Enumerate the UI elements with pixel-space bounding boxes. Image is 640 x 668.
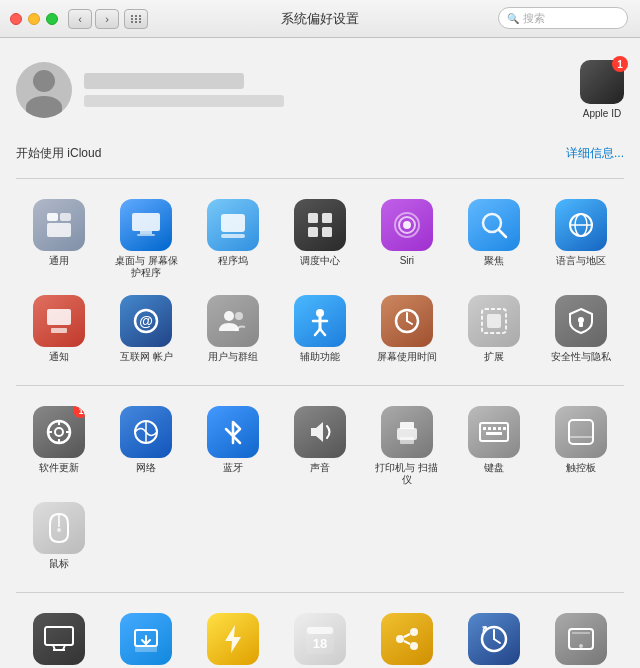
icon-label-internet: 互联网 帐户 bbox=[120, 351, 173, 363]
minimize-button[interactable] bbox=[28, 13, 40, 25]
icon-item-control[interactable]: 调度中心 bbox=[277, 193, 364, 285]
svg-rect-3 bbox=[132, 213, 160, 231]
icon-item-desktop[interactable]: 桌面与 屏幕保护程序 bbox=[103, 193, 190, 285]
icon-label-lang: 语言与地区 bbox=[556, 255, 606, 267]
icon-item-lang[interactable]: 语言与地区 bbox=[537, 193, 624, 285]
apple-id-badge: 1 bbox=[612, 56, 628, 72]
close-button[interactable] bbox=[10, 13, 22, 25]
icon-box-sound bbox=[294, 406, 346, 458]
svg-rect-6 bbox=[221, 214, 245, 232]
svg-rect-10 bbox=[308, 227, 318, 237]
apple-id-icon: 1 bbox=[580, 60, 624, 104]
svg-point-24 bbox=[224, 311, 234, 321]
icon-item-sound[interactable]: 声音 bbox=[277, 400, 364, 492]
traffic-lights bbox=[10, 13, 58, 25]
separator-3 bbox=[16, 592, 624, 593]
icon-item-startup[interactable]: 启动磁盘 bbox=[537, 607, 624, 668]
back-button[interactable]: ‹ bbox=[68, 9, 92, 29]
icon-label-users: 用户与群组 bbox=[208, 351, 258, 363]
search-box[interactable]: 🔍 搜索 bbox=[498, 7, 628, 29]
svg-rect-50 bbox=[483, 427, 486, 430]
icon-item-notif[interactable]: 通知 bbox=[16, 289, 103, 369]
svg-line-30 bbox=[320, 329, 325, 335]
icon-box-access bbox=[294, 295, 346, 347]
apple-id-button[interactable]: 1 Apple ID bbox=[580, 60, 624, 119]
svg-rect-68 bbox=[307, 627, 333, 634]
icon-item-screentime[interactable]: 屏幕使用时间 bbox=[363, 289, 450, 369]
icon-label-control: 调度中心 bbox=[300, 255, 340, 267]
user-email-placeholder bbox=[84, 95, 284, 107]
grid-view-button[interactable] bbox=[124, 9, 148, 29]
icon-box-internet: @ bbox=[120, 295, 172, 347]
svg-point-39 bbox=[55, 428, 63, 436]
icon-item-mouse[interactable]: 鼠标 bbox=[16, 496, 103, 576]
title-bar: ‹ › 系统偏好设置 🔍 搜索 bbox=[0, 0, 640, 38]
icon-item-timemachine[interactable]: 时间机器 bbox=[450, 607, 537, 668]
personal-section: 通用桌面与 屏幕保护程序程序坞调度中心Siri聚焦语言与地区通知@互联网 帐户用… bbox=[16, 193, 624, 369]
icon-item-software[interactable]: 1软件更新 bbox=[16, 400, 103, 492]
icon-label-spotlight: 聚焦 bbox=[484, 255, 504, 267]
svg-rect-48 bbox=[400, 437, 414, 444]
icon-label-trackpad: 触控板 bbox=[566, 462, 596, 474]
icon-label-general: 通用 bbox=[49, 255, 69, 267]
icon-item-bluetooth[interactable]: 蓝牙 bbox=[190, 400, 277, 492]
svg-rect-60 bbox=[45, 627, 73, 645]
svg-rect-1 bbox=[60, 213, 71, 221]
icon-item-energy[interactable]: 节能 bbox=[190, 607, 277, 668]
icon-box-screentime bbox=[381, 295, 433, 347]
icon-item-keyboard[interactable]: 键盘 bbox=[450, 400, 537, 492]
icon-label-screentime: 屏幕使用时间 bbox=[377, 351, 437, 363]
system-section: 显示器随航节能18日期与时间共享时间机器启动磁盘描述文件 bbox=[16, 607, 624, 668]
icon-box-spotlight bbox=[468, 199, 520, 251]
icon-label-desktop: 桌面与 屏幕保护程序 bbox=[112, 255, 180, 279]
icon-item-access[interactable]: 辅助功能 bbox=[277, 289, 364, 369]
icon-item-airdrop[interactable]: 随航 bbox=[103, 607, 190, 668]
icon-item-dock[interactable]: 程序坞 bbox=[190, 193, 277, 285]
icon-item-users[interactable]: 用户与群组 bbox=[190, 289, 277, 369]
svg-rect-21 bbox=[51, 328, 67, 333]
search-icon: 🔍 bbox=[507, 13, 519, 24]
icon-item-display[interactable]: 显示器 bbox=[16, 607, 103, 668]
separator-2 bbox=[16, 385, 624, 386]
svg-rect-8 bbox=[308, 213, 318, 223]
svg-point-70 bbox=[396, 635, 404, 643]
svg-rect-2 bbox=[47, 223, 71, 237]
svg-rect-5 bbox=[137, 234, 155, 236]
personal-icons-grid: 通用桌面与 屏幕保护程序程序坞调度中心Siri聚焦语言与地区通知@互联网 帐户用… bbox=[16, 193, 624, 369]
icon-box-startup bbox=[555, 613, 607, 665]
icon-item-trackpad[interactable]: 触控板 bbox=[537, 400, 624, 492]
icon-item-general[interactable]: 通用 bbox=[16, 193, 103, 285]
svg-rect-4 bbox=[140, 231, 152, 234]
user-profile: 1 Apple ID bbox=[16, 52, 624, 127]
svg-text:18: 18 bbox=[313, 636, 327, 651]
icon-item-sharing[interactable]: 共享 bbox=[363, 607, 450, 668]
forward-button[interactable]: › bbox=[95, 9, 119, 29]
main-content: 1 Apple ID 开始使用 iCloud 详细信息... 通用桌面与 屏幕保… bbox=[0, 38, 640, 668]
icon-item-extensions[interactable]: 扩展 bbox=[450, 289, 537, 369]
icon-item-datetime[interactable]: 18日期与时间 bbox=[277, 607, 364, 668]
icon-item-print[interactable]: 打印机与 扫描仪 bbox=[363, 400, 450, 492]
svg-point-25 bbox=[235, 312, 243, 320]
svg-line-77 bbox=[494, 639, 500, 643]
maximize-button[interactable] bbox=[46, 13, 58, 25]
icon-box-display bbox=[33, 613, 85, 665]
svg-point-72 bbox=[410, 642, 418, 650]
icon-box-bluetooth bbox=[207, 406, 259, 458]
icon-label-siri: Siri bbox=[400, 255, 414, 267]
svg-point-71 bbox=[410, 628, 418, 636]
svg-rect-52 bbox=[493, 427, 496, 430]
separator-1 bbox=[16, 178, 624, 179]
icon-box-notif bbox=[33, 295, 85, 347]
icon-item-spotlight[interactable]: 聚焦 bbox=[450, 193, 537, 285]
icloud-link[interactable]: 详细信息... bbox=[566, 145, 624, 162]
icon-item-security[interactable]: 安全性与隐私 bbox=[537, 289, 624, 369]
svg-rect-51 bbox=[488, 427, 491, 430]
icon-box-timemachine bbox=[468, 613, 520, 665]
icon-item-internet[interactable]: @互联网 帐户 bbox=[103, 289, 190, 369]
icon-box-airdrop bbox=[120, 613, 172, 665]
icon-box-extensions bbox=[468, 295, 520, 347]
icon-item-network[interactable]: 网络 bbox=[103, 400, 190, 492]
icon-item-siri[interactable]: Siri bbox=[363, 193, 450, 285]
icon-box-software: 1 bbox=[33, 406, 85, 458]
icon-box-siri bbox=[381, 199, 433, 251]
